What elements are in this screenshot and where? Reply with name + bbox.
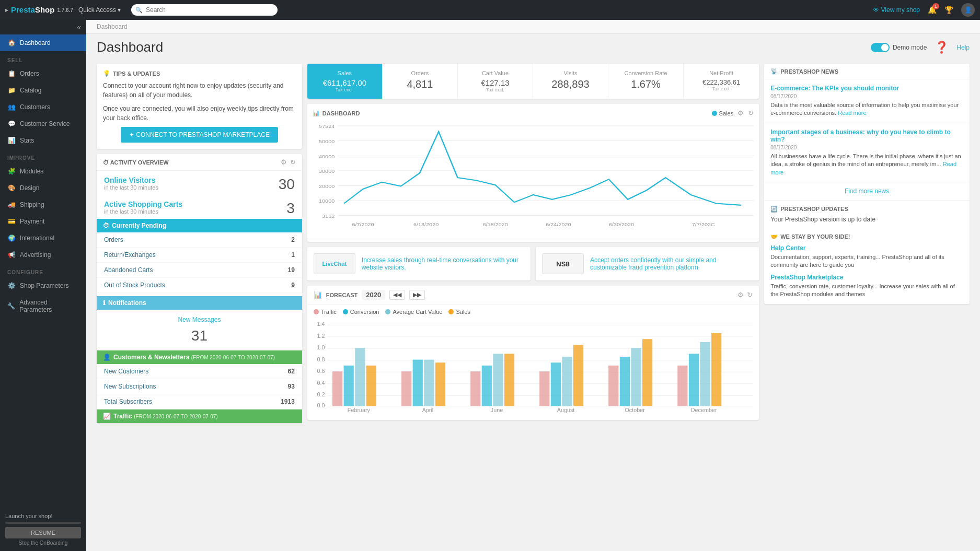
- forecast-legend: Traffic Conversion Average Cart Value: [307, 304, 759, 319]
- connect-marketplace-button[interactable]: ✦ CONNECT TO PRESTASHOP MARKETPLACE: [121, 127, 278, 143]
- svg-rect-52: [551, 362, 561, 406]
- active-carts-label[interactable]: Active Shopping Carts: [104, 200, 182, 208]
- brand-version: 1.7.6.7: [57, 7, 73, 13]
- stat-cell-sales[interactable]: Sales €611,617.00 Tax excl.: [307, 64, 383, 99]
- search-input[interactable]: [131, 4, 278, 16]
- chart-refresh-button[interactable]: ↻: [748, 109, 754, 117]
- avg-cart-legend-dot: [385, 309, 390, 314]
- sidebar-item-shop-parameters[interactable]: ⚙️ Shop Parameters: [0, 277, 86, 294]
- total-subscribers-link[interactable]: Total Subscribers: [104, 398, 152, 405]
- forecast-tools: ⚙ ↻: [737, 291, 753, 299]
- svg-rect-56: [608, 366, 618, 406]
- net-profit-note: Tax excl.: [689, 86, 754, 91]
- dashboard-icon: 🏠: [7, 39, 16, 46]
- orders-pending-link[interactable]: Orders: [104, 236, 123, 243]
- legend-avg-cart: Average Cart Value: [385, 309, 442, 315]
- customers-newsletters-header: 👤 Customers & Newsletters (FROM 2020-06-…: [97, 350, 302, 364]
- marketplace-link[interactable]: PrestaShop Marketplace: [770, 274, 963, 281]
- tips-text2: Once you are connected, you will also en…: [103, 104, 296, 123]
- ns8-text[interactable]: Accept orders confidently with our simpl…: [590, 256, 753, 271]
- returns-pending-link[interactable]: Return/Exchanges: [104, 251, 156, 259]
- chart-settings-button[interactable]: ⚙: [737, 109, 744, 117]
- stat-cell-conversion[interactable]: Conversion Rate 1.67%: [608, 64, 684, 99]
- modules-icon: 🧩: [7, 168, 16, 175]
- returns-pending-row: Return/Exchanges 1: [97, 248, 302, 263]
- svg-text:6/18/2020: 6/18/2020: [483, 222, 508, 227]
- news-item-1-date: 08/17/2020: [770, 145, 963, 150]
- sidebar-item-customers[interactable]: 👥 Customers: [0, 99, 86, 115]
- stay-side-section: 🤝 WE STAY BY YOUR SIDE! Help Center Docu…: [764, 228, 970, 304]
- sidebar-item-stats[interactable]: 📊 Stats: [0, 132, 86, 149]
- stat-cell-net-profit[interactable]: Net Profit €222,336.61 Tax excl.: [684, 64, 759, 99]
- help-label: Help: [956, 44, 970, 51]
- help-button[interactable]: ❓: [935, 41, 949, 54]
- sidebar-item-advanced-parameters[interactable]: 🔧 Advanced Parameters: [0, 294, 86, 318]
- svg-text:0.2: 0.2: [317, 392, 325, 398]
- sidebar-item-international[interactable]: 🌍 International: [0, 230, 86, 247]
- sidebar-item-advertising[interactable]: 📢 Advertising: [0, 247, 86, 263]
- svg-text:57524: 57524: [319, 124, 335, 129]
- stop-onboarding-link[interactable]: Stop the OnBoarding: [5, 540, 81, 546]
- forecast-settings-button[interactable]: ⚙: [737, 291, 744, 299]
- stat-cell-orders[interactable]: Orders 4,811: [383, 64, 458, 99]
- sidebar-item-dashboard[interactable]: 🏠 Dashboard: [0, 34, 86, 51]
- sidebar-section-improve: IMPROVE: [0, 149, 86, 163]
- new-customers-link[interactable]: New Customers: [104, 368, 148, 375]
- sidebar-collapse-button[interactable]: «: [77, 23, 81, 31]
- activity-settings-button[interactable]: ⚙: [281, 158, 287, 166]
- new-messages-link[interactable]: New Messages: [104, 316, 295, 323]
- new-customers-count: 62: [287, 368, 294, 375]
- ns8-logo: NS8: [542, 253, 584, 274]
- stat-cell-visits[interactable]: Visits 288,893: [533, 64, 608, 99]
- forecast-prev-button[interactable]: ◀◀: [389, 290, 405, 300]
- help-center-link[interactable]: Help Center: [770, 244, 963, 252]
- view-my-shop-button[interactable]: 👁 View my shop: [873, 6, 920, 14]
- abandoned-carts-link[interactable]: Abandoned Carts: [104, 266, 153, 274]
- customers-icon-small: 👤: [103, 354, 111, 361]
- pending-section-header: ⏱ Currently Pending: [97, 219, 302, 232]
- sponsors-row: LiveChat Increase sales through real-tim…: [307, 247, 759, 280]
- notifications-section: New Messages 31: [97, 310, 302, 350]
- trophy-button[interactable]: 🏆: [944, 6, 953, 14]
- brand-logo-area: ▸ PrestaShop 1.7.6.7: [5, 5, 73, 15]
- out-of-stock-link[interactable]: Out of Stock Products: [104, 282, 165, 289]
- news-item-1-title[interactable]: Important stages of a business: why do y…: [770, 128, 963, 143]
- news-item-0-read-more[interactable]: Read more: [838, 110, 866, 116]
- new-subscriptions-link[interactable]: New Subscriptions: [104, 383, 156, 390]
- sidebar-item-shipping[interactable]: 🚚 Shipping: [0, 196, 86, 213]
- updates-icon: 🔄: [770, 206, 778, 213]
- find-more-news-link[interactable]: Find more news: [764, 182, 970, 201]
- quick-access-button[interactable]: Quick Access ▾: [78, 6, 121, 14]
- main-layout: « 🏠 Dashboard SELL 📋 Orders 📁 Catalog 👥 …: [0, 20, 980, 551]
- svg-text:0.0: 0.0: [317, 403, 325, 408]
- svg-rect-41: [401, 371, 411, 406]
- notifications-button[interactable]: 🔔 1: [928, 6, 937, 14]
- sidebar-item-catalog[interactable]: 📁 Catalog: [0, 82, 86, 99]
- traffic-date: (FROM 2020-06-07 TO 2020-07-07): [134, 414, 217, 419]
- sidebar-item-modules[interactable]: 🧩 Modules: [0, 163, 86, 180]
- livechat-text[interactable]: Increase sales through real-time convers…: [362, 256, 524, 271]
- svg-text:20000: 20000: [319, 183, 335, 189]
- conversion-label: Conversion Rate: [614, 70, 678, 76]
- svg-rect-64: [711, 333, 721, 406]
- forecast-chart-icon: 📊: [314, 291, 322, 299]
- news-item-0-title[interactable]: E-commerce: The KPIs you should monitor: [770, 85, 963, 92]
- svg-rect-63: [700, 342, 710, 406]
- forecast-header: 📊 FORECAST 2020 ◀◀ ▶▶ ⚙ ↻: [307, 286, 759, 304]
- total-subscribers-count: 1913: [281, 398, 295, 405]
- online-visitors-label[interactable]: Online Visitors: [104, 176, 158, 184]
- forecast-next-button[interactable]: ▶▶: [409, 290, 425, 300]
- sidebar-item-customer-service[interactable]: 💬 Customer Service: [0, 115, 86, 132]
- sidebar-item-design[interactable]: 🎨 Design: [0, 180, 86, 196]
- resume-button[interactable]: RESUME: [5, 527, 81, 538]
- demo-mode-toggle[interactable]: [871, 43, 890, 52]
- sidebar-item-payment[interactable]: 💳 Payment: [0, 213, 86, 230]
- forecast-refresh-button[interactable]: ↻: [747, 291, 753, 299]
- svg-text:August: August: [557, 407, 575, 413]
- activity-refresh-button[interactable]: ↻: [290, 158, 296, 166]
- user-avatar-button[interactable]: 👤: [961, 3, 975, 17]
- marketplace-text: Traffic, conversion rate, customer loyal…: [770, 283, 963, 299]
- sidebar-item-orders[interactable]: 📋 Orders: [0, 65, 86, 82]
- svg-rect-37: [343, 366, 353, 406]
- stat-cell-cart-value[interactable]: Cart Value €127.13 Tax excl.: [458, 64, 533, 99]
